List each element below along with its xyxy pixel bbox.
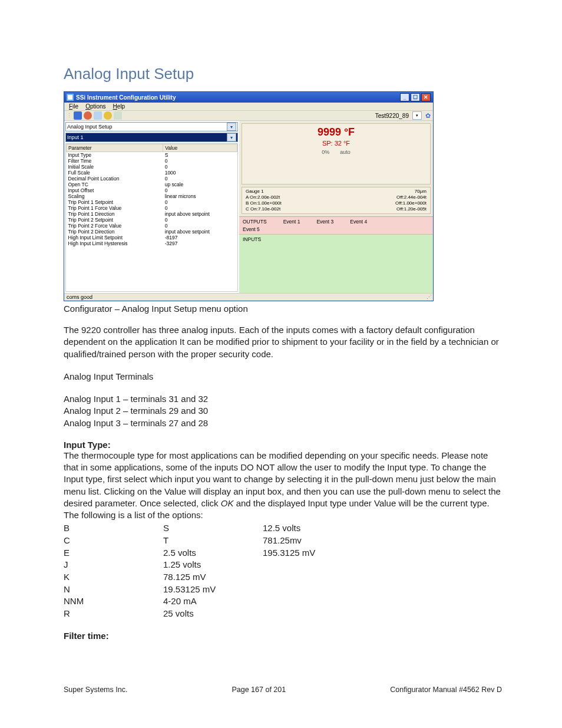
tool-icon[interactable] (94, 111, 102, 120)
terminals-head: Analog Input Terminals (64, 371, 502, 383)
close-button[interactable]: ✕ (421, 93, 431, 101)
percent-readout: 0% (322, 149, 329, 155)
col-parameter: Parameter (67, 144, 163, 152)
input-type-para: The thermocouple type for most applicati… (64, 450, 502, 522)
menu-bar: File Options Help (64, 103, 433, 110)
device-name: Test9220_89 (375, 113, 409, 119)
table-row[interactable]: Scalinglinear microns (67, 193, 237, 199)
tool-icon-3[interactable] (114, 111, 122, 120)
sp-readout: SP: 32 °F (248, 140, 424, 147)
app-icon (67, 94, 74, 101)
terminal-3: Analog Input 3 – terminals 27 and 28 (64, 417, 502, 429)
option-item: 25 volts (163, 608, 263, 620)
toolbar: ⋮ Test9220_89 ▾ ✿ (64, 110, 433, 121)
menu-help[interactable]: Help (113, 103, 125, 110)
inputs-panel: INPUTS (239, 234, 433, 293)
connect-icon[interactable] (74, 111, 82, 120)
option-item: N (64, 584, 163, 596)
minimize-button[interactable]: _ (400, 93, 409, 101)
input-dropdown[interactable]: Input 1 ▾ (65, 133, 238, 142)
input-dropdown-label: Input 1 (67, 134, 84, 140)
option-item: J (64, 559, 163, 571)
option-item: K (64, 571, 163, 584)
option-item: 12.5 volts (263, 522, 315, 535)
pv-readout: 9999 °F (248, 126, 424, 139)
gauge-panel: Gauge 170µm A On:2.00e-002tOff:2.44e-004… (242, 187, 431, 214)
status-bar: coms good ⋰ (64, 293, 433, 301)
table-row[interactable]: Input Offset0 (67, 187, 237, 193)
option-item: 1.25 volts (163, 559, 263, 571)
table-row[interactable]: High Input Limit Setpoint-8197 (67, 235, 237, 241)
option-item: R (64, 608, 163, 620)
table-row[interactable]: Trip Point 2 Force Value0 (67, 223, 237, 229)
option-item: B (64, 522, 163, 535)
app-window: SSi Instrument Configuration Utility _ ☐… (64, 91, 434, 301)
gear-icon[interactable]: ✿ (425, 112, 431, 120)
svg-rect-1 (68, 95, 72, 100)
table-row[interactable]: Trip Point 1 Directioninput above setpoi… (67, 211, 237, 217)
parameter-grid[interactable]: ParameterValue Input TypeSFilter Time0In… (65, 143, 238, 292)
input-type-head: Input Type: (64, 440, 502, 450)
menu-dropdown-label: Analog Input Setup (67, 124, 113, 130)
table-row[interactable]: Initial Scale0 (67, 164, 237, 170)
window-title: SSi Instrument Configuration Utility (76, 94, 176, 101)
title-bar[interactable]: SSi Instrument Configuration Utility _ ☐… (64, 92, 433, 103)
footer-center: Page 167 of 201 (232, 686, 286, 694)
chevron-down-icon[interactable]: ▾ (227, 133, 236, 141)
option-item: 195.3125 mV (263, 547, 315, 559)
terminal-2: Analog Input 2 – terminals 29 and 30 (64, 405, 502, 417)
outputs-panel: OUTPUTS Event 1 Event 3 Event 4 (239, 216, 433, 226)
tool-icon-2[interactable] (104, 111, 112, 120)
mode-readout: auto (340, 149, 351, 155)
readout-panel: 9999 °F SP: 32 °F 0% auto (242, 123, 431, 185)
intro-paragraph: The 9220 controller has three analog inp… (64, 324, 502, 360)
status-text: coms good (67, 294, 92, 300)
table-row[interactable]: Trip Point 2 Setpoint0 (67, 217, 237, 223)
option-item: S (163, 522, 263, 535)
table-row[interactable]: Input TypeS (67, 152, 237, 159)
options-table: BCEJKNNNMR ST2.5 volts1.25 volts78.125 m… (64, 522, 502, 620)
table-row[interactable]: Trip Point 1 Setpoint0 (67, 199, 237, 205)
page-footer: Super Systems Inc. Page 167 of 201 Confi… (64, 686, 502, 694)
resize-grip-icon[interactable]: ⋰ (427, 294, 431, 300)
option-item: 4-20 mA (163, 595, 263, 608)
option-item: T (163, 535, 263, 547)
terminal-1: Analog Input 1 – terminals 31 and 32 (64, 393, 502, 405)
table-row[interactable]: Filter Time0 (67, 158, 237, 164)
filter-time-head: Filter time: (64, 631, 502, 641)
table-row[interactable]: Trip Point 1 Force Value0 (67, 205, 237, 211)
option-item: 2.5 volts (163, 547, 263, 559)
option-item: E (64, 547, 163, 559)
col-value: Value (163, 144, 237, 152)
menu-options[interactable]: Options (85, 103, 105, 110)
chevron-down-icon[interactable]: ▾ (227, 123, 236, 131)
menu-dropdown[interactable]: Analog Input Setup ▾ (65, 122, 238, 131)
table-row[interactable]: Full Scale1000 (67, 170, 237, 176)
footer-left: Super Systems Inc. (64, 686, 127, 694)
device-dropdown[interactable]: ▾ (412, 111, 422, 120)
option-item: NNM (64, 595, 163, 608)
option-item: 78.125 mV (163, 571, 263, 584)
table-row[interactable]: Decimal Point Location0 (67, 176, 237, 182)
option-item: 19.53125 mV (163, 584, 263, 596)
table-row[interactable]: Open TCup scale (67, 182, 237, 187)
option-item: 781.25mv (263, 535, 315, 547)
page-title: Analog Input Setup (64, 65, 502, 83)
outputs-panel-2: Event 5 (239, 226, 433, 234)
maximize-button[interactable]: ☐ (411, 93, 420, 101)
table-row[interactable]: Trip Point 2 Directioninput above setpoi… (67, 229, 237, 235)
table-row[interactable]: High Input Limit Hysteresis-3297 (67, 241, 237, 246)
footer-right: Configurator Manual #4562 Rev D (390, 686, 502, 694)
menu-file[interactable]: File (69, 103, 78, 110)
figure-caption: Configurator – Analog Input Setup menu o… (64, 304, 502, 314)
stop-icon[interactable] (84, 111, 92, 120)
option-item: C (64, 535, 163, 547)
